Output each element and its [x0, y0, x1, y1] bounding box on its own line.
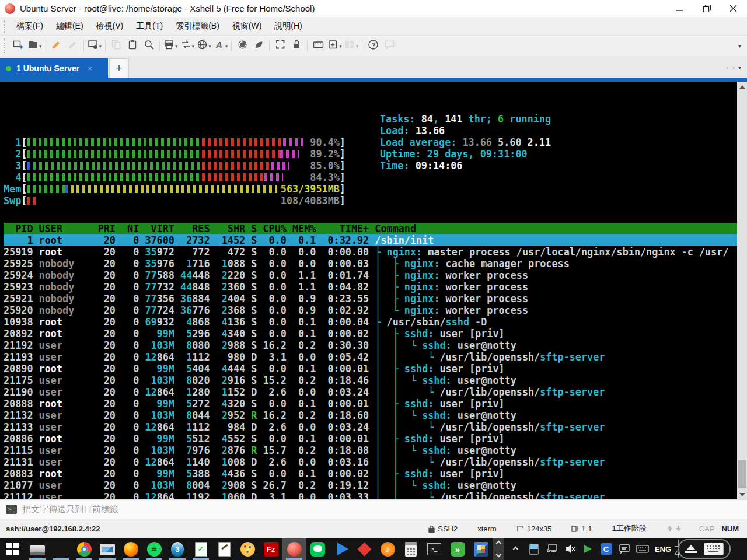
restore-button[interactable]	[693, 0, 720, 17]
process-row-pid-20890[interactable]: 20890root20099M54044444S0.00.10:00.01│ ├…	[4, 363, 737, 374]
taskbar-chrome-button[interactable]	[72, 538, 96, 560]
process-row-pid-20892[interactable]: 20892root20099M52964340S0.00.10:00.02│ ├…	[4, 328, 737, 340]
process-row-pid-21131[interactable]: 21131user2001286411401008D2.60.00:03.16│…	[4, 456, 737, 468]
xftp-button[interactable]	[250, 38, 267, 54]
taskbar-scroll-up-icon[interactable]	[495, 541, 501, 547]
process-row-pid-20888[interactable]: 20888root20099M52724320S0.00.10:00.01│ ├…	[4, 398, 737, 410]
menu-item-3[interactable]: 工具(T)	[130, 19, 169, 34]
scroll-up-icon[interactable]	[737, 82, 747, 92]
menu-item-2[interactable]: 檢視(V)	[90, 19, 130, 34]
menu-item-5[interactable]: 視窗(W)	[226, 19, 268, 34]
taskbar-calc-button[interactable]	[399, 538, 423, 560]
start-button[interactable]	[0, 538, 26, 560]
properties-button[interactable]: ▾	[86, 38, 103, 54]
taskbar-cmd-button[interactable]: >_	[423, 538, 446, 560]
tab-list-dropdown-icon[interactable]: ▾	[738, 64, 741, 71]
process-row-pid-25919[interactable]: 25919root20035972772472S0.00.00:00.00├ n…	[4, 246, 737, 258]
taskbar-potplayer-button[interactable]	[329, 538, 352, 560]
find-button[interactable]	[141, 38, 157, 54]
print-button[interactable]: ▾	[162, 38, 179, 54]
taskbar-remote-button[interactable]: »	[446, 538, 469, 560]
edit-session-button[interactable]	[48, 38, 65, 54]
send-text-input[interactable]: 把文字傳送只到目前標籤	[22, 504, 118, 515]
tray-show-hidden-icons[interactable]	[507, 538, 525, 560]
font-button[interactable]: A▾	[212, 38, 229, 54]
close-button[interactable]	[720, 0, 747, 17]
help-button[interactable]: ?	[365, 38, 381, 54]
tab-scroll-left-icon[interactable]: ‹	[726, 63, 728, 72]
taskbar-explorer-button[interactable]	[26, 538, 49, 560]
send-text-bar[interactable]: >_ 把文字傳送只到目前標籤	[0, 499, 747, 519]
taskbar-filezilla-button[interactable]: Fz	[259, 538, 282, 560]
process-row-pid-21112[interactable]: 21112user2001286411921060D3.10.00:03.33│…	[4, 491, 737, 499]
menu-item-4[interactable]: 索引標籤(B)	[169, 19, 226, 34]
taskbar-editgreen-button[interactable]: ✓	[189, 538, 212, 560]
taskbar-palette-button[interactable]	[236, 538, 259, 560]
menu-item-0[interactable]: 檔案(F)	[10, 19, 50, 34]
lock-button[interactable]	[288, 38, 305, 54]
taskbar-badge3-button[interactable]: 3	[166, 538, 189, 560]
taskbar-spotify-button[interactable]: ≡	[142, 538, 166, 560]
fullscreen-button[interactable]	[272, 38, 288, 54]
tray-green-flag-icon[interactable]	[579, 538, 597, 560]
menu-item-6[interactable]: 說明(H)	[268, 19, 308, 34]
process-row-pid-21077[interactable]: 21077user200103M80042908S26.70.20:19.12│…	[4, 480, 737, 491]
toolbar-overflow-button[interactable]: ▾	[738, 43, 747, 49]
tray-message-icon[interactable]	[615, 538, 633, 560]
tray-volume-muted-icon[interactable]	[561, 538, 579, 560]
process-row-pid-21192[interactable]: 21192user200103M80802988S16.20.20:30.30│…	[4, 340, 737, 351]
new-window-button[interactable]: ▾	[326, 38, 343, 54]
touch-keyboard-icon[interactable]	[704, 542, 724, 555]
menu-item-1[interactable]: 編輯(E)	[50, 19, 90, 34]
taskbar-apptile-button[interactable]	[469, 538, 493, 560]
process-row-pid-20883[interactable]: 20883root20099M53884436S0.00.10:00.02│ ├…	[4, 468, 737, 480]
taskbar-line-button[interactable]	[306, 538, 329, 560]
process-row-pid-25923[interactable]: 25923nobody20077732448482360S0.01.10:04.…	[4, 281, 737, 293]
process-row-pid-21175[interactable]: 21175user200103M80202916S15.20.20:18.46│…	[4, 374, 737, 386]
tray-app-icon[interactable]	[525, 538, 543, 560]
process-row-pid-25924[interactable]: 25924nobody20077588444482220S0.01.10:01.…	[4, 270, 737, 281]
process-row-pid-21115[interactable]: 21115user200103M79762876R15.70.20:18.08│…	[4, 444, 737, 456]
eject-icon[interactable]	[685, 545, 697, 553]
taskbar-firefox-button[interactable]	[119, 538, 142, 560]
tray-network-icon[interactable]	[543, 538, 561, 560]
taskbar-scroll-down-icon[interactable]	[495, 552, 501, 558]
tray-blue-app-icon[interactable]: C	[597, 538, 615, 560]
tab-close-icon[interactable]: ×	[88, 64, 92, 73]
taskbar-music-button[interactable]: ♪	[376, 538, 399, 560]
process-row-pid-25920[interactable]: 25920nobody20077724367762368S0.00.90:02.…	[4, 304, 737, 316]
scrollbar-thumb[interactable]	[738, 460, 746, 488]
process-row-pid-25921[interactable]: 25921nobody20077356368842404S0.00.90:23.…	[4, 293, 737, 304]
process-row-pid-20886[interactable]: 20886root20099M55124552S0.00.10:00.01│ ├…	[4, 433, 737, 444]
tray-keyboard-icon[interactable]	[633, 538, 651, 560]
language-indicator[interactable]: ENG	[651, 545, 675, 554]
process-row-pid-21133[interactable]: 21133user200128641112984D2.60.00:03.24│ …	[4, 421, 737, 433]
taskbar-screenshot-button[interactable]	[96, 538, 119, 560]
tab-scroll-right-icon[interactable]: ›	[732, 63, 735, 72]
minimize-button[interactable]	[666, 0, 693, 17]
transfer-button[interactable]: ▾	[179, 38, 196, 54]
new-tab-button[interactable]: +	[109, 58, 129, 78]
taskbar-diamond-button[interactable]	[352, 538, 376, 560]
process-row-pid-21190[interactable]: 21190user2001286412801152D2.60.00:03.24│…	[4, 386, 737, 398]
web-button[interactable]: ▾	[196, 38, 212, 54]
process-row-pid-21193[interactable]: 21193user200128641112980D3.10.00:05.42│ …	[4, 351, 737, 363]
scroll-down-icon[interactable]	[737, 489, 747, 499]
taskbar-ie-button[interactable]	[49, 538, 72, 560]
taskbar-xshell-button[interactable]	[282, 538, 306, 560]
process-row-pid-25925[interactable]: 25925nobody2003597617161088S0.00.00:00.0…	[4, 258, 737, 270]
xagent-button[interactable]	[234, 38, 250, 54]
tab-ubuntu-server[interactable]: 1 Ubuntu Server ×	[0, 58, 108, 78]
menubar-grip[interactable]	[4, 20, 6, 33]
virtual-keyboard-button[interactable]	[310, 38, 326, 54]
open-session-button[interactable]: ▾	[26, 38, 43, 54]
new-session-button[interactable]	[10, 38, 26, 54]
process-row-pid-10938[interactable]: 10938root2006993248684136S0.00.10:00.04├…	[4, 316, 737, 328]
paste-button[interactable]	[124, 38, 141, 54]
touch-keyboard-flyout[interactable]	[678, 539, 731, 559]
process-row-pid-21132[interactable]: 21132user200103M80442952R16.20.20:18.60│…	[4, 410, 737, 421]
taskbar-notepad-button[interactable]	[212, 538, 236, 560]
toolbar-grip[interactable]	[4, 38, 6, 53]
taskbar-scroll-buttons[interactable]	[493, 538, 504, 560]
terminal-scrollbar[interactable]	[737, 82, 747, 499]
